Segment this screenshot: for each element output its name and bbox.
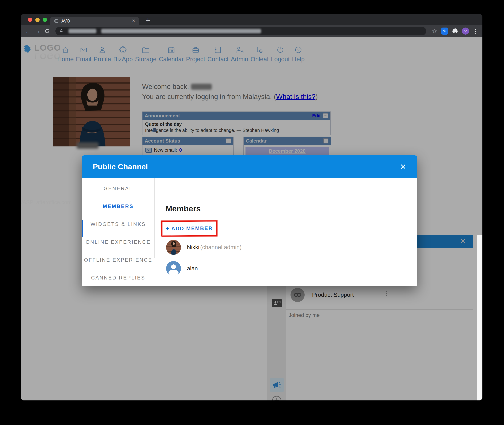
extension-editor-icon[interactable]: ✎: [441, 27, 448, 35]
member-role: (channel admin): [200, 244, 242, 251]
back-icon[interactable]: ←: [25, 28, 31, 34]
browser-window: AVO ✕ + ← → ☆ ✎: [21, 14, 482, 400]
public-channel-modal: Public Channel ✕ GENERAL MEMBERS WIDGETS…: [82, 155, 417, 286]
modal-tab-list: GENERAL MEMBERS WIDGETS & LINKS ONLINE E…: [82, 178, 154, 287]
vasp-footer-text: VASP: afteroffice.com: [21, 199, 72, 206]
members-section-title: Members: [165, 204, 201, 213]
tab-offline-experience[interactable]: OFFLINE EXPERIENCE: [82, 251, 154, 269]
member-avatar-alan: [166, 261, 181, 276]
close-window-button[interactable]: [28, 18, 32, 22]
scrollbar-track[interactable]: [477, 235, 482, 400]
address-bar[interactable]: [55, 27, 426, 35]
member-row: Nikki (channel admin): [166, 240, 242, 255]
member-row: alan: [166, 261, 198, 276]
new-tab-button[interactable]: +: [146, 16, 150, 25]
tab-favicon-globe-icon: [54, 19, 59, 23]
bookmark-star-icon[interactable]: ☆: [432, 27, 438, 35]
tab-widgets-links[interactable]: WIDGETS & LINKS: [82, 215, 154, 233]
page-viewport: LOGO LOGO Home Email Profile BizApp: [21, 37, 482, 400]
lock-icon: [59, 29, 64, 33]
tab-members[interactable]: MEMBERS: [82, 197, 154, 215]
modal-header: Public Channel ✕: [82, 155, 417, 178]
tab-online-experience[interactable]: ONLINE EXPERIENCE: [82, 233, 154, 251]
tab-title: AVO: [61, 19, 132, 24]
modal-title: Public Channel: [93, 162, 400, 171]
browser-tab[interactable]: AVO ✕: [50, 17, 139, 25]
browser-profile-avatar[interactable]: V: [462, 27, 469, 35]
tab-close-icon[interactable]: ✕: [132, 18, 135, 24]
member-avatar-nikki: [166, 240, 181, 255]
browser-menu-icon[interactable]: ⋮: [473, 28, 478, 34]
member-name: alan: [187, 265, 198, 272]
refresh-icon[interactable]: [44, 28, 50, 34]
member-name: Nikki: [187, 244, 199, 251]
browser-titlebar: AVO ✕ +: [21, 14, 482, 25]
annotation-highlight-box: + ADD MEMBER: [161, 220, 217, 237]
url-blurred-segment: [68, 29, 96, 33]
tab-general[interactable]: GENERAL: [82, 179, 154, 197]
fullscreen-window-button[interactable]: [43, 18, 47, 22]
minimize-window-button[interactable]: [35, 18, 40, 22]
url-blurred-segment: [101, 29, 261, 33]
tabs-divider: [154, 178, 155, 258]
tab-canned-replies[interactable]: CANNED REPLIES: [82, 269, 154, 287]
window-controls: [28, 18, 47, 22]
forward-icon[interactable]: →: [35, 28, 40, 34]
extensions-puzzle-icon[interactable]: [452, 28, 458, 34]
add-member-button[interactable]: + ADD MEMBER: [166, 225, 213, 232]
modal-close-icon[interactable]: ✕: [400, 162, 406, 171]
browser-toolbar: ← → ☆ ✎ V ⋮: [21, 25, 482, 37]
